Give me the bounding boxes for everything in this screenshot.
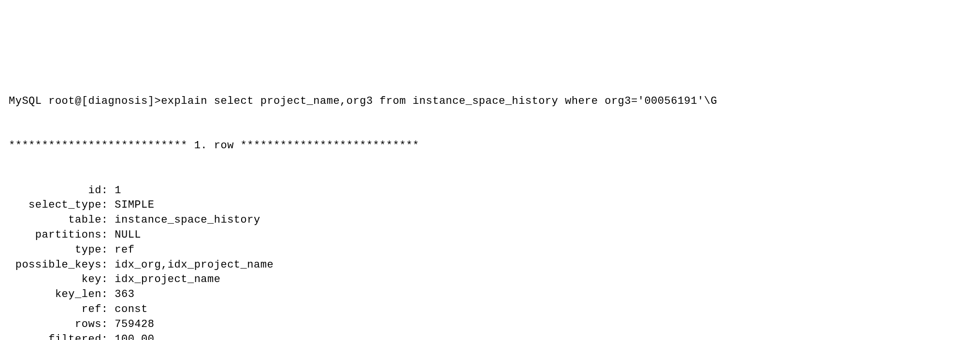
row-separator: *************************** 1. row *****… (9, 139, 971, 154)
explain-row: key_len: 363 (9, 287, 971, 302)
explain-row: key: idx_project_name (9, 272, 971, 287)
explain-row: select_type: SIMPLE (9, 198, 971, 213)
explain-row: id: 1 (9, 184, 971, 198)
explain-rows: id: 1 select_type: SIMPLE table: instanc… (9, 184, 971, 340)
explain-row: table: instance_space_history (9, 213, 971, 228)
mysql-prompt-line: MySQL root@[diagnosis]>explain select pr… (9, 94, 971, 109)
explain-row: type: ref (9, 243, 971, 258)
terminal-output: MySQL root@[diagnosis]>explain select pr… (9, 64, 971, 340)
explain-row: filtered: 100.00 (9, 332, 971, 340)
explain-row: rows: 759428 (9, 317, 971, 332)
explain-row: possible_keys: idx_org,idx_project_name (9, 258, 971, 273)
explain-row: partitions: NULL (9, 228, 971, 243)
explain-row: ref: const (9, 302, 971, 317)
